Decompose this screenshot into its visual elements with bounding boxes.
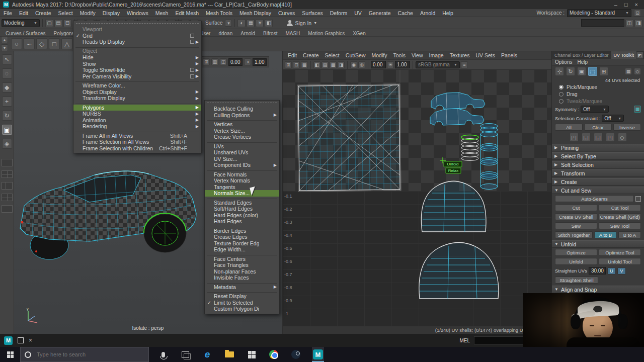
menu-item[interactable]: ✓ Frame Selection in All Views Shift+F ▶ — [73, 139, 201, 145]
panel-film-icon[interactable]: ▥ — [211, 58, 218, 65]
tk-small-grid-icon[interactable]: ▦ — [625, 68, 632, 75]
menubar-menu[interactable]: File — [0, 9, 16, 17]
menu-item[interactable]: ✓ ▶ — [207, 197, 277, 199]
optimize-button[interactable]: Optimize — [555, 249, 597, 256]
sew-tool-button[interactable]: Sew Tool — [599, 222, 641, 229]
selection-mode-option[interactable]: Pick/Marquee — [552, 83, 644, 90]
tear-off-handle[interactable] — [76, 23, 199, 26]
section-create[interactable]: ▶Create — [552, 178, 644, 186]
menu-item[interactable]: ✓ Wireframe Color... ▶ — [73, 82, 201, 89]
workspace-dropdown[interactable]: Modeling - Standard▼ — [567, 9, 631, 17]
quick-field-input[interactable] — [581, 19, 624, 27]
uv-editor-menu[interactable]: Tools — [390, 52, 409, 58]
menu-item[interactable]: ✓ Culling Options ▶ — [205, 112, 279, 119]
section-cut-and-sew[interactable]: ▼Cut and Sew — [552, 187, 644, 194]
auto-seams-options-icon[interactable] — [635, 196, 641, 202]
taskbar-search[interactable] — [20, 347, 149, 362]
menu-item[interactable]: ✓ Frame Selection with Children in All V… — [73, 145, 201, 152]
tk-marquee-icon[interactable]: ⬚ — [588, 67, 597, 76]
menubar-menu[interactable]: Modify — [76, 9, 99, 17]
scale-tool-icon[interactable]: ▣ — [2, 125, 12, 135]
maya-taskbar-button[interactable]: M — [312, 347, 324, 362]
render-current-icon[interactable]: ▦ — [247, 19, 255, 27]
tk-shell-icon[interactable]: ◰ — [570, 133, 579, 142]
uv-exposure-field[interactable] — [371, 61, 386, 68]
menubar-menu[interactable]: Mesh Display — [236, 9, 275, 17]
section-align-and-snap[interactable]: ▼Align and Snap — [552, 286, 644, 293]
menu-item[interactable]: ✓ ▶ — [75, 46, 199, 48]
shelf-tab[interactable]: ddoan — [215, 31, 236, 36]
b-to-a-button[interactable]: B to A — [618, 231, 641, 238]
uv-canvas[interactable]: -0.1-0.2-0.3-0.4-0.5-0.6-0.7-0.8-0.9-1 — [283, 70, 551, 326]
uv-tile-icon[interactable]: ▦ — [301, 61, 308, 68]
render-settings-icon[interactable]: ◧ — [265, 19, 273, 27]
menu-item[interactable]: ✓ Grid ▶ — [73, 33, 201, 39]
close-button[interactable]: × — [635, 2, 638, 8]
menu-item[interactable]: ✓ Reset Display ▶ — [205, 293, 279, 300]
uv-editor-menu[interactable]: Panels — [498, 52, 520, 58]
menu-item[interactable]: ✓ Object ▶ — [73, 48, 201, 55]
uv-front-icon[interactable]: ◉ — [350, 61, 357, 68]
render-view-icon[interactable]: ◐ — [237, 19, 246, 27]
tk-move-icon[interactable]: ⊹ — [555, 67, 564, 76]
last-tool-icon[interactable]: ◈ — [2, 139, 12, 149]
uv-editor-menu[interactable]: Modify — [368, 52, 390, 58]
view-transform-dropdown[interactable]: sRGB gamma▼ — [416, 61, 460, 68]
move-tool-icon[interactable]: + — [2, 97, 12, 107]
menubar-menu[interactable]: Mesh Tools — [202, 9, 236, 17]
uv-editor-menu[interactable]: Image — [426, 52, 447, 58]
select-clear-button[interactable]: Clear — [584, 124, 612, 131]
sew-button[interactable]: Sew — [555, 222, 597, 229]
shelf-next-icon[interactable]: ▾ — [1, 44, 8, 51]
shelf-tool-tri-icon[interactable]: △ — [61, 38, 72, 49]
menu-item[interactable]: ✓ Metadata ▶ — [205, 284, 279, 291]
menu-item[interactable]: ✓ Non-planar Faces ▶ — [205, 268, 279, 275]
shelf-tab[interactable]: MASH — [282, 31, 303, 36]
menu-item[interactable]: ✓ Standard Edges ▶ — [205, 200, 279, 206]
straighten-v-button[interactable]: V — [617, 267, 626, 275]
menu-item[interactable]: ✓ ▶ — [75, 130, 199, 132]
paint-select-tool-icon[interactable]: ◆ — [2, 82, 12, 93]
menubar-menu[interactable]: Cache — [394, 9, 417, 17]
dock-pin-icon[interactable]: ◩ — [636, 52, 643, 59]
menu-item[interactable]: ✓ Vertex Normals ▶ — [205, 177, 279, 184]
menu-item[interactable]: ✓ Face Normals ▶ — [205, 171, 279, 178]
section-unfold[interactable]: ▼Unfold — [552, 240, 644, 248]
start-button[interactable] — [0, 347, 20, 362]
save-scene-icon[interactable]: ⊟ — [63, 19, 71, 27]
store-button[interactable] — [246, 347, 258, 362]
menu-item[interactable]: ✓ Border Edges ▶ — [205, 228, 279, 234]
tk-face-icon[interactable]: ◳ — [606, 133, 615, 142]
layout-persp-outliner-button[interactable] — [2, 194, 13, 201]
menu-item[interactable]: ✓ Soft/Hard Edges ▶ — [205, 206, 279, 212]
layout-four-pane-button[interactable] — [2, 170, 13, 178]
menubar-menu[interactable]: Surfaces — [298, 9, 326, 17]
menu-item[interactable]: ✓ Toggle Show/Hide ▶ — [73, 67, 201, 73]
uv-options-icon[interactable]: ≡ — [461, 61, 468, 68]
uv-editor-menu[interactable]: Select — [322, 52, 343, 58]
constraint-dropdown[interactable]: Off▼ — [602, 115, 624, 122]
toolkit-menu-help[interactable]: Help — [577, 59, 588, 65]
close-strip-icon[interactable]: × — [29, 337, 32, 344]
menu-item[interactable]: ✓ ▶ — [207, 225, 277, 227]
menubar-menu[interactable]: Help — [439, 9, 457, 17]
menu-item[interactable]: ✓ ▶ — [75, 102, 199, 104]
restore-icon[interactable] — [18, 337, 24, 343]
menu-item[interactable]: ✓ Hide ▶ — [73, 54, 201, 61]
menu-item[interactable]: ✓ Per Camera Visibility ▶ — [73, 73, 201, 80]
cut-tool-button[interactable]: Cut Tool — [599, 204, 641, 211]
menubar-menu[interactable]: Mesh — [152, 9, 172, 17]
maximize-button[interactable]: □ — [624, 2, 628, 8]
menubar-menu[interactable]: UV — [351, 9, 365, 17]
menu-item[interactable]: ✓ Unshared UVs ▶ — [205, 149, 279, 156]
menu-item[interactable]: ✓ ▶ — [75, 80, 199, 82]
ipr-render-icon[interactable]: ☀ — [256, 19, 264, 27]
menu-item[interactable]: ✓ Hard Edges ▶ — [205, 218, 279, 225]
menu-item[interactable]: ✓ ▶ — [207, 291, 277, 293]
task-view-button[interactable] — [179, 347, 191, 362]
sign-in-button[interactable]: Sign In ▼ — [287, 20, 317, 26]
section-pinning[interactable]: ▶Pinning — [552, 144, 644, 151]
menu-item[interactable]: ✓ ▶ — [207, 253, 277, 255]
tk-scale-icon[interactable]: ▣ — [577, 67, 586, 76]
menubar-menu[interactable]: Edit Mesh — [172, 9, 202, 17]
